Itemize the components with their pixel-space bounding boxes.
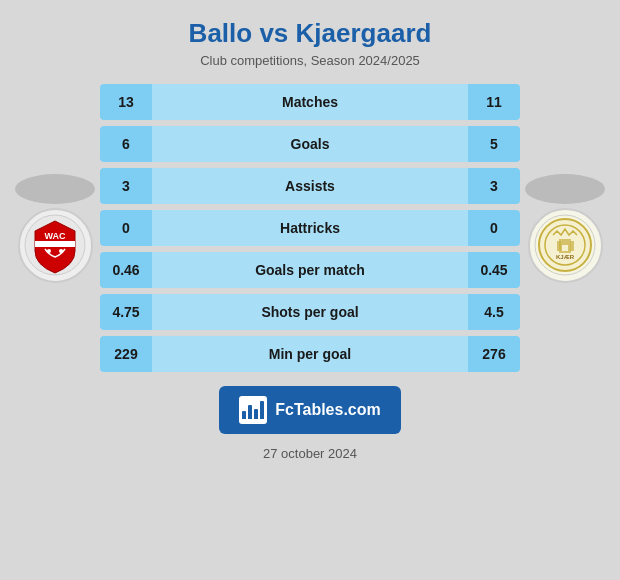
stat-right-value: 5	[468, 126, 520, 162]
stat-row: 13Matches11	[100, 84, 520, 120]
fctables-label: FcTables.com	[275, 401, 381, 419]
stat-label: Goals	[152, 126, 468, 162]
stat-left-value: 0	[100, 210, 152, 246]
stat-label: Assists	[152, 168, 468, 204]
svg-point-2	[47, 249, 51, 253]
stat-left-value: 13	[100, 84, 152, 120]
stat-label: Matches	[152, 84, 468, 120]
match-title: Ballo vs Kjaergaard	[10, 18, 610, 49]
footer-date: 27 october 2024	[263, 446, 357, 461]
stat-label: Shots per goal	[152, 294, 468, 330]
svg-text:WAC: WAC	[44, 231, 65, 241]
stat-label: Hattricks	[152, 210, 468, 246]
stat-left-value: 0.46	[100, 252, 152, 288]
stat-row: 229Min per goal276	[100, 336, 520, 372]
bottom-section: FcTables.com 27 october 2024	[0, 372, 620, 461]
stat-row: 0.46Goals per match0.45	[100, 252, 520, 288]
svg-rect-8	[557, 241, 561, 251]
svg-point-3	[59, 249, 63, 253]
stat-row: 6Goals5	[100, 126, 520, 162]
header: Ballo vs Kjaergaard Club competitions, S…	[0, 0, 620, 74]
match-subtitle: Club competitions, Season 2024/2025	[10, 53, 610, 68]
stat-label: Goals per match	[152, 252, 468, 288]
stat-left-value: 4.75	[100, 294, 152, 330]
stat-row: 0Hattricks0	[100, 210, 520, 246]
stat-left-value: 3	[100, 168, 152, 204]
stat-right-value: 0	[468, 210, 520, 246]
stat-row: 3Assists3	[100, 168, 520, 204]
right-team-logo: KJÆR	[520, 174, 610, 283]
fctables-banner[interactable]: FcTables.com	[219, 386, 401, 434]
left-team-logo: WAC	[10, 174, 100, 283]
svg-rect-9	[570, 241, 574, 251]
stat-left-value: 6	[100, 126, 152, 162]
stat-right-value: 276	[468, 336, 520, 372]
stat-row: 4.75Shots per goal4.5	[100, 294, 520, 330]
svg-rect-10	[562, 245, 568, 251]
stat-right-value: 0.45	[468, 252, 520, 288]
stats-column: 13Matches116Goals53Assists30Hattricks00.…	[100, 84, 520, 372]
fctables-icon	[239, 396, 267, 424]
svg-text:KJÆR: KJÆR	[555, 254, 574, 260]
stat-right-value: 4.5	[468, 294, 520, 330]
stat-left-value: 229	[100, 336, 152, 372]
main-content: WAC 13Matches116Goals53Assists30Hattrick…	[0, 74, 620, 372]
stat-label: Min per goal	[152, 336, 468, 372]
stat-right-value: 3	[468, 168, 520, 204]
stat-right-value: 11	[468, 84, 520, 120]
